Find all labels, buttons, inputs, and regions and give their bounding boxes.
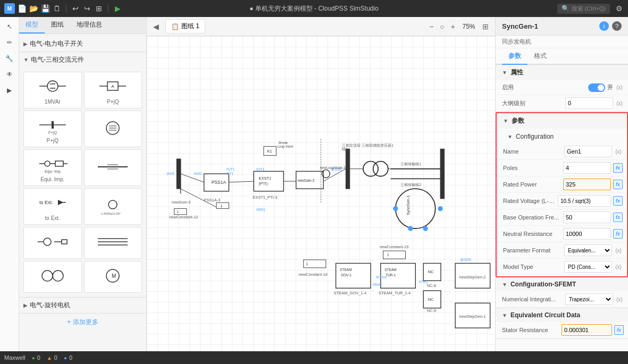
prop-row-neutral-resistance: Neutral Resistance fx: [497, 226, 627, 242]
add-more-button[interactable]: + 添加更多: [19, 314, 146, 331]
group-header-ac[interactable]: ▼ 电气-三相交流元件: [19, 52, 146, 67]
help-icon[interactable]: ?: [612, 21, 622, 31]
toggle-enable[interactable]: 开: [588, 83, 613, 92]
fx-btn-base-freq[interactable]: fx: [613, 213, 623, 222]
x-btn-param-format[interactable]: (x): [614, 246, 623, 255]
svg-point-66: [408, 226, 413, 231]
tab-format[interactable]: 格式: [527, 48, 553, 65]
tab-params[interactable]: 参数: [502, 48, 527, 65]
input-name[interactable]: [564, 146, 612, 157]
toolbar-undo-icon[interactable]: ↩: [71, 4, 80, 13]
toolbar-unknown-icon[interactable]: ⊞: [94, 4, 104, 13]
group-header-rotating[interactable]: ▶ 电气-旋转电机: [19, 298, 146, 313]
zoom-out-button[interactable]: −: [427, 21, 436, 32]
x-btn-name[interactable]: (x): [614, 147, 623, 156]
toolbar-saveas-icon[interactable]: 🗒: [52, 4, 62, 13]
fx-btn-poles[interactable]: fx: [613, 163, 623, 173]
tab-geo[interactable]: 地理信息: [70, 17, 108, 33]
zoom-in-button[interactable]: +: [449, 21, 457, 32]
connect-tool[interactable]: 🔧: [2, 51, 17, 66]
section-header-attributes[interactable]: ▼ 属性: [496, 65, 628, 80]
list-item[interactable]: P+jQ P+jQ: [23, 111, 82, 147]
toolbar-redo-icon[interactable]: ↪: [82, 4, 92, 13]
prop-row-name: Name (x): [497, 143, 627, 160]
toolbar-new-icon[interactable]: 📄: [17, 4, 27, 13]
prop-row-poles: Poles fx: [497, 160, 627, 176]
x-btn-priority[interactable]: (x): [615, 99, 624, 107]
section-params: ▼ 参数 ▼ Configuration Name (x): [496, 112, 628, 277]
x-btn-num-integration[interactable]: (x): [615, 295, 624, 303]
list-item[interactable]: [23, 227, 82, 259]
component-icon: [37, 75, 69, 97]
component-icon: P+jQ: [37, 114, 69, 136]
canvas-body[interactable]: newSum-3 newConstant-12 1 PSS1A PSS1A-3 …: [147, 36, 495, 351]
input-rated-power[interactable]: [563, 179, 611, 190]
svg-text:线3: 线3: [342, 147, 348, 151]
subsection-header-config[interactable]: ▼ Configuration: [497, 130, 627, 143]
list-item[interactable]: [23, 261, 82, 293]
input-stator-resistance[interactable]: [562, 324, 612, 336]
group-header-power-switch[interactable]: ▶ 电气-电力电子开关: [19, 36, 146, 52]
settings-icon[interactable]: ⚙: [614, 4, 624, 13]
zoom-fit-button[interactable]: ○: [438, 21, 446, 32]
arrow-icon-rotating: ▶: [23, 302, 28, 308]
search-bar[interactable]: 🔍 搜索 (Ctrl+Q): [557, 4, 610, 14]
list-item[interactable]: 1MVAr: [23, 72, 82, 108]
toolbar-open-icon[interactable]: 📂: [29, 4, 38, 13]
toolbar-save-icon[interactable]: 💾: [40, 4, 50, 13]
svg-text:NC: NC: [428, 269, 434, 274]
subsection-configuration: ▼ Configuration Name (x) Poles: [497, 129, 627, 276]
svg-text:#Ref0: #Ref0: [373, 283, 382, 286]
toggle-label-enable: 开: [607, 83, 613, 91]
list-item[interactable]: [84, 111, 143, 147]
zoom-expand-button[interactable]: ⊞: [480, 21, 491, 32]
input-priority[interactable]: [565, 97, 613, 109]
prop-value-name: (x): [564, 146, 623, 157]
input-poles[interactable]: [563, 162, 611, 174]
pointer-tool[interactable]: ↖: [2, 19, 17, 34]
svg-text:STEAM: STEAM: [384, 268, 397, 272]
list-item[interactable]: [84, 149, 143, 186]
section-header-sfemt[interactable]: ▼ Configuration-SFEMT: [496, 277, 628, 291]
select-model-type[interactable]: PD (Cons... Other: [564, 261, 612, 273]
prop-value-enable: 开 (x): [588, 83, 624, 92]
svg-text:三相传输线2: 三相传输线2: [400, 183, 421, 187]
toggle-switch-enable[interactable]: [588, 83, 605, 92]
svg-text:#ref1: #ref1: [194, 172, 202, 175]
svg-text:A: A: [112, 84, 115, 89]
list-item[interactable]: Equi. Imp. Equi. Imp.: [23, 149, 82, 186]
list-item[interactable]: M: [84, 261, 143, 293]
list-item[interactable]: [84, 227, 143, 259]
fx-btn-stator-resistance[interactable]: fx: [614, 325, 624, 335]
toolbar-run-icon[interactable]: ▶: [113, 4, 122, 13]
input-neutral-resistance[interactable]: [563, 228, 611, 240]
list-item[interactable]: 1.0000∠0.00°: [84, 188, 143, 225]
section-header-equiv[interactable]: ▼ Equivalent Circuit Data: [496, 308, 628, 322]
input-base-freq[interactable]: [563, 211, 611, 223]
x-btn-enable[interactable]: (x): [615, 83, 624, 92]
view-tool[interactable]: 👁: [2, 67, 17, 82]
zoom-controls: − ○ + 75% ⊞: [427, 21, 491, 32]
list-item[interactable]: to Ext. to Ext.: [23, 188, 82, 225]
prop-value-stator-resistance: fx: [562, 324, 624, 336]
tab-diagram[interactable]: 图纸: [45, 17, 70, 33]
select-param-format[interactable]: Equivalen... Standard: [564, 244, 612, 256]
fx-btn-neutral-resistance[interactable]: fx: [613, 229, 623, 239]
section-header-params[interactable]: ▼ 参数: [497, 113, 627, 129]
play-tool[interactable]: ▶: [2, 83, 17, 98]
nav-back-button[interactable]: ◀: [151, 21, 161, 32]
fx-btn-rated-power[interactable]: fx: [613, 180, 623, 189]
list-item[interactable]: A P+jQ: [84, 72, 143, 108]
info-icon[interactable]: i: [599, 21, 609, 31]
x-btn-model-type[interactable]: (x): [614, 263, 623, 271]
svg-text:STEAM_GOV_1-4: STEAM_GOV_1-4: [334, 291, 366, 295]
component-label: P+jQ: [107, 99, 119, 105]
select-num-integration[interactable]: Trapezoi... Euler: [565, 293, 613, 305]
prop-label-name: Name: [503, 148, 564, 155]
tab-model[interactable]: 模型: [19, 17, 45, 33]
canvas-tab[interactable]: 📋 图纸 1: [165, 19, 205, 33]
edit-tool[interactable]: ✏: [2, 35, 17, 50]
input-rated-voltage[interactable]: [558, 195, 611, 207]
prop-row-param-format: Parameter Format Equivalen... Standard (…: [497, 242, 627, 259]
fx-btn-rated-voltage[interactable]: fx: [613, 196, 623, 206]
